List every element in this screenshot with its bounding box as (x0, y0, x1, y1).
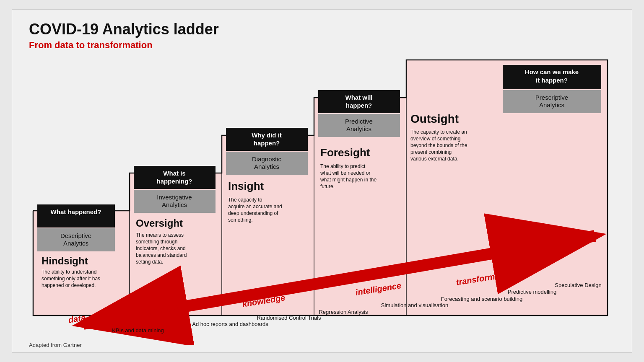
outsight-desc2: overview of something (410, 136, 460, 142)
a1-text-line2: Analytics (63, 240, 88, 247)
foresight-desc3: what might happen in the (320, 177, 377, 183)
hindsight-desc2: something only after it has (42, 276, 100, 282)
a4-text1: Predictive (345, 118, 373, 125)
a5-text1: Prescriptive (535, 94, 568, 101)
q1-text-line1: What happened? (51, 208, 101, 215)
a3-text2: Analytics (254, 163, 279, 170)
title-section: COVID-19 Analytics ladder From data to t… (29, 20, 219, 51)
bottom-regression: Regression Analysis (319, 309, 368, 315)
diagram: What happened? Descriptive Analytics Hin… (29, 56, 615, 338)
q5-text2: it happen? (536, 77, 568, 84)
bottom-sim: Simulation and visualisation (381, 302, 448, 308)
insight-desc1: The capacity to (228, 197, 262, 203)
bottom-kpis: KPIs and data mining (112, 327, 164, 334)
subtitle: From data to transformation (29, 40, 219, 51)
foresight-desc4: future. (320, 184, 335, 189)
q4-text1: What will (345, 94, 373, 101)
insight-title: Insight (228, 180, 264, 192)
q3-text1: Why did it (252, 132, 282, 139)
q5-text1: How can we make (525, 68, 579, 75)
q3-text2: happen? (254, 140, 280, 147)
outsight-desc1: The capacity to create an (410, 129, 467, 135)
foresight-title: Foresight (320, 146, 370, 159)
insight-desc4: something. (228, 217, 253, 223)
a4-text2: Analytics (346, 125, 371, 132)
q4-text2: happen? (346, 102, 372, 109)
outsight-title: Outsight (410, 112, 459, 125)
hindsight-title: Hindsight (42, 255, 88, 266)
bottom-rct: Randomised Control Trials (257, 315, 321, 321)
outsight-desc3: beyond the bounds of the (410, 142, 467, 148)
a1-text-line1: Descriptive (60, 232, 91, 239)
a2-text2: Analytics (162, 201, 187, 208)
diagram-svg: What happened? Descriptive Analytics Hin… (29, 56, 616, 345)
foresight-desc2: what will be needed or (320, 170, 370, 176)
oversight-desc1: The means to assess (136, 232, 184, 238)
a3-text1: Diagnostic (252, 155, 282, 163)
slide: COVID-19 Analytics ladder From data to t… (12, 9, 632, 353)
bottom-predict: Predictive modelling (508, 289, 556, 295)
oversight-desc5: setting data. (136, 259, 163, 265)
oversight-desc4: balances and standard (136, 252, 187, 258)
q2-text1: What is (163, 170, 185, 177)
a5-text2: Analytics (539, 101, 564, 109)
bottom-adhoc: Ad hoc reports and dashboards (192, 321, 268, 327)
bottom-forecast: Forecasting and scenario building (441, 296, 522, 302)
foresight-desc1: The ability to predict (320, 163, 366, 169)
insight-desc3: deep understanding of (228, 210, 278, 216)
hindsight-desc1: The ability to understand (42, 269, 96, 275)
q2-text2: happening? (157, 178, 192, 185)
oversight-desc3: indicators, checks and (136, 246, 186, 251)
hindsight-desc3: happened or developed. (42, 282, 96, 288)
outsight-desc5: various external data. (410, 156, 459, 162)
bottom-speculative: Speculative Design (555, 282, 601, 288)
outsight-desc4: present combining (410, 149, 452, 155)
oversight-title: Oversight (136, 217, 183, 229)
insight-desc2: acquire an accurate and (228, 204, 282, 209)
adapted-label: Adapted from Gartner (29, 342, 82, 348)
oversight-desc2: something through (136, 239, 177, 245)
main-title: COVID-19 Analytics ladder (29, 20, 219, 38)
a2-text1: Investigative (157, 194, 192, 201)
